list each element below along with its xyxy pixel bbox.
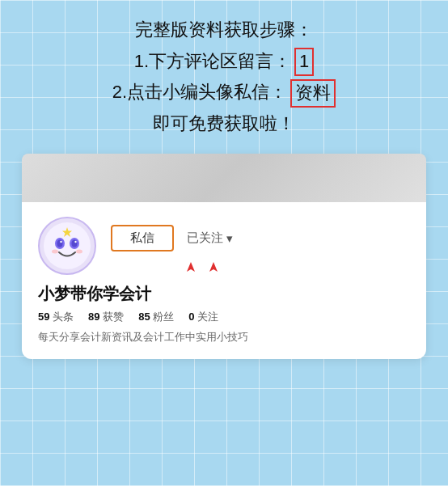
avatar-face [44, 222, 91, 269]
step2-box: 资料 [290, 79, 336, 108]
profile-card: 私信 已关注 ▾ 小梦带你学会计 [22, 154, 426, 359]
stats-row: 59 头条 89 获赞 85 粉丝 0 关注 [38, 310, 410, 324]
svg-point-5 [72, 240, 78, 247]
instruction-step2: 2.点击小编头像私信：资料 [112, 77, 336, 108]
profile-name: 小梦带你学会计 [38, 283, 410, 305]
avatar [38, 217, 96, 275]
instructions-block: 完整版资料获取步骤： 1.下方评论区留言：1 2.点击小编头像私信：资料 即可免… [112, 15, 336, 139]
svg-point-8 [76, 250, 82, 254]
stat-fans: 85 粉丝 [138, 310, 174, 324]
step1-box: 1 [294, 48, 314, 76]
follow-button[interactable]: 已关注 ▾ [187, 230, 233, 246]
card-top: 私信 已关注 ▾ [38, 213, 410, 275]
arrow-icon-1 [182, 260, 200, 278]
svg-point-6 [74, 241, 76, 243]
svg-point-3 [60, 241, 61, 243]
svg-point-2 [57, 240, 63, 247]
avatar-svg [44, 222, 91, 269]
instruction-step3: 即可免费获取啦！ [112, 108, 336, 140]
instruction-title: 完整版资料获取步骤： [112, 15, 336, 46]
page-background: 完整版资料获取步骤： 1.下方评论区留言：1 2.点击小编头像私信：资料 即可免… [0, 0, 448, 486]
arrow-icon-2 [205, 260, 222, 278]
svg-point-7 [52, 250, 58, 254]
stat-following: 0 关注 [188, 310, 218, 324]
arrow-indicators [182, 260, 222, 278]
stat-toutiao: 59 头条 [38, 310, 74, 324]
profile-banner [22, 154, 426, 202]
chevron-down-icon: ▾ [226, 231, 233, 246]
instruction-step1: 1.下方评论区留言：1 [112, 46, 336, 78]
stat-likes: 89 获赞 [88, 310, 124, 324]
card-actions: 私信 已关注 ▾ [111, 225, 233, 251]
profile-bio: 每天分享会计新资讯及会计工作中实用小技巧 [38, 330, 410, 344]
private-message-button[interactable]: 私信 [111, 225, 174, 251]
